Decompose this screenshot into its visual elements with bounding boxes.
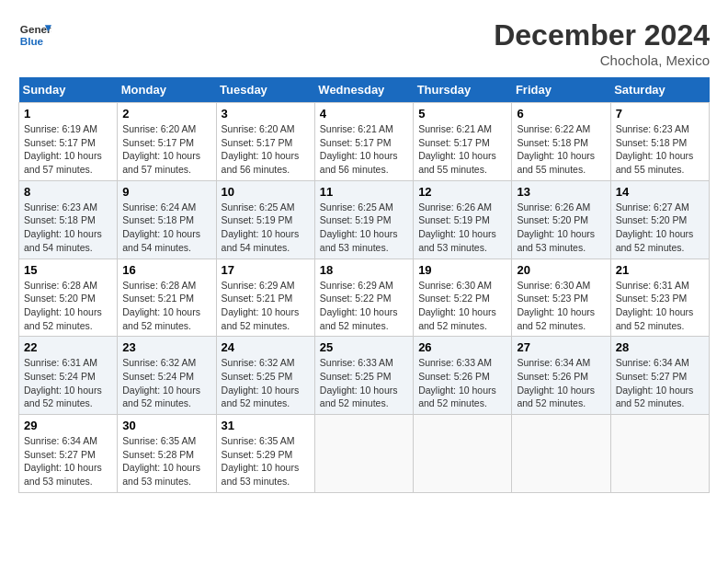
day-number: 9 xyxy=(122,185,210,199)
day-info: Sunrise: 6:26 AM Sunset: 5:19 PM Dayligh… xyxy=(418,201,506,255)
day-number: 1 xyxy=(24,107,112,121)
calendar-cell: 13Sunrise: 6:26 AM Sunset: 5:20 PM Dayli… xyxy=(512,180,610,259)
calendar-cell: 8Sunrise: 6:23 AM Sunset: 5:18 PM Daylig… xyxy=(19,180,118,259)
day-info: Sunrise: 6:33 AM Sunset: 5:26 PM Dayligh… xyxy=(418,356,506,410)
day-info: Sunrise: 6:25 AM Sunset: 5:19 PM Dayligh… xyxy=(320,201,408,255)
day-number: 27 xyxy=(517,340,605,354)
calendar-cell: 4Sunrise: 6:21 AM Sunset: 5:17 PM Daylig… xyxy=(314,103,413,181)
day-number: 21 xyxy=(616,263,704,277)
logo-icon: General Blue xyxy=(18,18,51,52)
svg-text:Blue: Blue xyxy=(20,35,44,47)
calendar-cell: 24Sunrise: 6:32 AM Sunset: 5:25 PM Dayli… xyxy=(216,337,314,415)
calendar-cell: 7Sunrise: 6:23 AM Sunset: 5:18 PM Daylig… xyxy=(610,103,709,181)
month-title: December 2024 xyxy=(494,18,710,52)
calendar-week-row: 22Sunrise: 6:31 AM Sunset: 5:24 PM Dayli… xyxy=(19,337,710,415)
day-info: Sunrise: 6:20 AM Sunset: 5:17 PM Dayligh… xyxy=(222,122,310,177)
day-info: Sunrise: 6:32 AM Sunset: 5:25 PM Dayligh… xyxy=(222,356,310,410)
calendar-cell: 12Sunrise: 6:26 AM Sunset: 5:19 PM Dayli… xyxy=(414,180,512,259)
day-info: Sunrise: 6:34 AM Sunset: 5:27 PM Dayligh… xyxy=(24,434,112,488)
day-number: 19 xyxy=(418,263,506,277)
day-number: 12 xyxy=(418,185,506,199)
calendar-cell: 26Sunrise: 6:33 AM Sunset: 5:26 PM Dayli… xyxy=(414,337,512,415)
day-info: Sunrise: 6:33 AM Sunset: 5:25 PM Dayligh… xyxy=(320,356,408,410)
day-number: 18 xyxy=(320,263,408,277)
calendar-cell: 18Sunrise: 6:29 AM Sunset: 5:22 PM Dayli… xyxy=(314,259,413,337)
day-info: Sunrise: 6:28 AM Sunset: 5:20 PM Dayligh… xyxy=(24,279,112,333)
day-number: 10 xyxy=(222,185,310,199)
calendar-cell xyxy=(610,415,709,493)
day-info: Sunrise: 6:20 AM Sunset: 5:17 PM Dayligh… xyxy=(122,122,210,177)
day-info: Sunrise: 6:34 AM Sunset: 5:27 PM Dayligh… xyxy=(616,356,704,410)
day-number: 23 xyxy=(122,340,210,354)
title-area: December 2024 Chochola, Mexico xyxy=(494,18,710,68)
day-info: Sunrise: 6:22 AM Sunset: 5:18 PM Dayligh… xyxy=(517,122,605,177)
calendar-cell: 16Sunrise: 6:28 AM Sunset: 5:21 PM Dayli… xyxy=(118,259,216,337)
day-number: 15 xyxy=(24,263,112,277)
calendar-cell: 10Sunrise: 6:25 AM Sunset: 5:19 PM Dayli… xyxy=(216,180,314,259)
calendar-cell: 19Sunrise: 6:30 AM Sunset: 5:22 PM Dayli… xyxy=(414,259,512,337)
day-info: Sunrise: 6:26 AM Sunset: 5:20 PM Dayligh… xyxy=(517,201,605,255)
day-info: Sunrise: 6:32 AM Sunset: 5:24 PM Dayligh… xyxy=(122,356,210,410)
day-number: 25 xyxy=(320,340,408,354)
day-info: Sunrise: 6:34 AM Sunset: 5:26 PM Dayligh… xyxy=(517,356,605,410)
day-info: Sunrise: 6:30 AM Sunset: 5:22 PM Dayligh… xyxy=(418,279,506,333)
day-number: 5 xyxy=(418,107,506,121)
day-info: Sunrise: 6:23 AM Sunset: 5:18 PM Dayligh… xyxy=(24,201,112,255)
day-number: 31 xyxy=(222,419,310,432)
day-header-thursday: Thursday xyxy=(414,77,512,103)
calendar-week-row: 15Sunrise: 6:28 AM Sunset: 5:20 PM Dayli… xyxy=(19,259,710,337)
day-number: 30 xyxy=(122,419,210,432)
day-number: 6 xyxy=(517,107,605,121)
day-number: 14 xyxy=(616,185,704,199)
calendar-cell: 29Sunrise: 6:34 AM Sunset: 5:27 PM Dayli… xyxy=(19,415,118,493)
calendar-cell: 11Sunrise: 6:25 AM Sunset: 5:19 PM Dayli… xyxy=(314,180,413,259)
calendar-cell: 22Sunrise: 6:31 AM Sunset: 5:24 PM Dayli… xyxy=(19,337,118,415)
day-number: 7 xyxy=(616,107,704,121)
calendar-cell xyxy=(314,415,413,493)
calendar-cell xyxy=(512,415,610,493)
calendar-cell: 15Sunrise: 6:28 AM Sunset: 5:20 PM Dayli… xyxy=(19,259,118,337)
logo: General Blue xyxy=(18,18,51,52)
day-info: Sunrise: 6:28 AM Sunset: 5:21 PM Dayligh… xyxy=(122,279,210,333)
day-header-wednesday: Wednesday xyxy=(314,77,413,103)
day-info: Sunrise: 6:23 AM Sunset: 5:18 PM Dayligh… xyxy=(616,122,704,177)
day-number: 24 xyxy=(222,340,310,354)
day-info: Sunrise: 6:35 AM Sunset: 5:29 PM Dayligh… xyxy=(222,434,310,488)
day-info: Sunrise: 6:27 AM Sunset: 5:20 PM Dayligh… xyxy=(616,201,704,255)
calendar-cell: 31Sunrise: 6:35 AM Sunset: 5:29 PM Dayli… xyxy=(216,415,314,493)
day-info: Sunrise: 6:31 AM Sunset: 5:24 PM Dayligh… xyxy=(24,356,112,410)
day-info: Sunrise: 6:29 AM Sunset: 5:21 PM Dayligh… xyxy=(222,279,310,333)
calendar-cell: 14Sunrise: 6:27 AM Sunset: 5:20 PM Dayli… xyxy=(610,180,709,259)
calendar-cell xyxy=(414,415,512,493)
calendar-week-row: 1Sunrise: 6:19 AM Sunset: 5:17 PM Daylig… xyxy=(19,103,710,181)
day-info: Sunrise: 6:31 AM Sunset: 5:23 PM Dayligh… xyxy=(616,279,704,333)
calendar-cell: 21Sunrise: 6:31 AM Sunset: 5:23 PM Dayli… xyxy=(610,259,709,337)
day-number: 20 xyxy=(517,263,605,277)
day-number: 28 xyxy=(616,340,704,354)
day-header-tuesday: Tuesday xyxy=(216,77,314,103)
day-info: Sunrise: 6:30 AM Sunset: 5:23 PM Dayligh… xyxy=(517,279,605,333)
day-header-sunday: Sunday xyxy=(19,77,118,103)
day-info: Sunrise: 6:19 AM Sunset: 5:17 PM Dayligh… xyxy=(24,122,112,177)
calendar-cell: 9Sunrise: 6:24 AM Sunset: 5:18 PM Daylig… xyxy=(118,180,216,259)
calendar-table: SundayMondayTuesdayWednesdayThursdayFrid… xyxy=(18,77,710,493)
day-number: 2 xyxy=(122,107,210,121)
day-number: 16 xyxy=(122,263,210,277)
day-number: 29 xyxy=(24,419,112,432)
calendar-cell: 2Sunrise: 6:20 AM Sunset: 5:17 PM Daylig… xyxy=(118,103,216,181)
calendar-cell: 20Sunrise: 6:30 AM Sunset: 5:23 PM Dayli… xyxy=(512,259,610,337)
day-info: Sunrise: 6:29 AM Sunset: 5:22 PM Dayligh… xyxy=(320,279,408,333)
calendar-cell: 30Sunrise: 6:35 AM Sunset: 5:28 PM Dayli… xyxy=(118,415,216,493)
location: Chochola, Mexico xyxy=(494,52,710,68)
svg-text:General: General xyxy=(20,23,51,35)
calendar-cell: 17Sunrise: 6:29 AM Sunset: 5:21 PM Dayli… xyxy=(216,259,314,337)
calendar-cell: 28Sunrise: 6:34 AM Sunset: 5:27 PM Dayli… xyxy=(610,337,709,415)
day-number: 22 xyxy=(24,340,112,354)
calendar-cell: 23Sunrise: 6:32 AM Sunset: 5:24 PM Dayli… xyxy=(118,337,216,415)
day-info: Sunrise: 6:25 AM Sunset: 5:19 PM Dayligh… xyxy=(222,201,310,255)
page-header: General Blue December 2024 Chochola, Mex… xyxy=(18,18,710,68)
day-number: 11 xyxy=(320,185,408,199)
calendar-week-row: 29Sunrise: 6:34 AM Sunset: 5:27 PM Dayli… xyxy=(19,415,710,493)
calendar-cell: 5Sunrise: 6:21 AM Sunset: 5:17 PM Daylig… xyxy=(414,103,512,181)
calendar-header-row: SundayMondayTuesdayWednesdayThursdayFrid… xyxy=(19,77,710,103)
